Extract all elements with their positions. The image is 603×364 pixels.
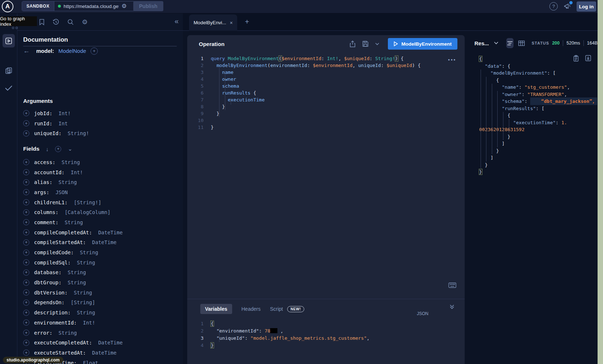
tab-script[interactable]: Script bbox=[270, 306, 283, 312]
doc-field-row[interactable]: +uniqueId:String! bbox=[23, 128, 89, 138]
doc-field-row[interactable]: +executeCompletedAt:DateTime bbox=[23, 338, 123, 348]
field-type[interactable]: [String] bbox=[71, 300, 95, 305]
field-type[interactable]: [CatalogColumn] bbox=[64, 209, 110, 215]
field-type[interactable]: String bbox=[62, 159, 80, 165]
explorer-nav-item[interactable] bbox=[3, 34, 15, 47]
share-icon[interactable] bbox=[349, 41, 356, 47]
field-type[interactable]: String! bbox=[68, 130, 89, 136]
doc-field-row[interactable]: +error:String bbox=[23, 328, 123, 338]
doc-field-row[interactable]: +compiledCode:String bbox=[23, 247, 123, 258]
publish-button[interactable]: Publish bbox=[133, 1, 163, 11]
endpoint-url[interactable]: https://metadata.cloud.get bbox=[64, 4, 119, 9]
add-field-icon[interactable]: + bbox=[91, 47, 98, 55]
add-to-query-icon[interactable]: + bbox=[23, 189, 29, 195]
add-to-query-icon[interactable]: + bbox=[23, 219, 29, 225]
chevron-down-icon[interactable]: ⌄ bbox=[68, 146, 72, 152]
add-to-query-icon[interactable]: + bbox=[23, 209, 29, 216]
add-to-query-icon[interactable]: + bbox=[23, 319, 29, 326]
field-type[interactable]: Int! bbox=[83, 320, 95, 326]
bookmark-icon[interactable] bbox=[39, 19, 45, 25]
field-type[interactable]: DateTime bbox=[92, 239, 116, 245]
doc-field-row[interactable]: +columns:[CatalogColumn] bbox=[23, 207, 123, 217]
add-to-query-icon[interactable]: + bbox=[23, 259, 29, 265]
announcements-megaphone-icon[interactable] bbox=[564, 3, 571, 11]
doc-field-row[interactable]: +compileCompletedAt:DateTime bbox=[23, 227, 123, 238]
search-icon[interactable] bbox=[67, 19, 74, 25]
field-type[interactable]: DateTime bbox=[92, 350, 116, 356]
query-editor[interactable]: 1query ModelByEnvironment($environmentId… bbox=[187, 55, 465, 131]
field-type[interactable]: String bbox=[68, 280, 86, 285]
doc-field-row[interactable]: +jobId:Int! bbox=[23, 108, 89, 118]
tab-variables[interactable]: Variables bbox=[200, 304, 232, 314]
apollo-logo[interactable]: A bbox=[2, 1, 13, 12]
doc-field-row[interactable]: +dependsOn:[String] bbox=[23, 298, 123, 308]
doc-field-row[interactable]: +runId:Int bbox=[23, 118, 89, 129]
login-button[interactable]: Log in bbox=[577, 1, 596, 12]
doc-field-row[interactable]: +alias:String bbox=[23, 177, 123, 187]
field-type[interactable]: DateTime bbox=[98, 230, 122, 235]
back-arrow-icon[interactable]: ← bbox=[23, 47, 30, 55]
doc-field-row[interactable]: +environmentId:Int! bbox=[23, 318, 123, 328]
add-to-query-icon[interactable]: + bbox=[23, 289, 29, 296]
response-json[interactable]: { "data": { "modelByEnvironment": [ { "n… bbox=[479, 55, 595, 176]
field-type[interactable]: String bbox=[77, 310, 95, 315]
add-to-query-icon[interactable]: + bbox=[23, 330, 29, 336]
doc-field-row[interactable]: +dbtVersion:String bbox=[23, 288, 123, 298]
doc-field-row[interactable]: +database:String bbox=[23, 268, 123, 278]
doc-field-row[interactable]: +compiledSql:String bbox=[23, 258, 123, 268]
field-type[interactable]: [String!] bbox=[74, 200, 101, 205]
add-to-query-icon[interactable]: + bbox=[23, 229, 29, 235]
tab-headers[interactable]: Headers bbox=[242, 306, 261, 312]
checks-nav-item[interactable] bbox=[3, 83, 15, 93]
doc-type-link[interactable]: ModelNode bbox=[58, 48, 86, 54]
field-type[interactable]: JSON bbox=[55, 189, 68, 195]
add-to-query-icon[interactable]: + bbox=[23, 179, 29, 185]
sort-icon[interactable]: ↓ bbox=[46, 146, 49, 152]
new-tab-button[interactable]: + bbox=[242, 16, 252, 27]
doc-field-row[interactable]: +comment:String bbox=[23, 217, 123, 227]
field-type[interactable]: String bbox=[77, 260, 95, 265]
endpoint-settings-gear-icon[interactable]: ⚙ bbox=[122, 3, 127, 9]
add-to-query-icon[interactable]: + bbox=[23, 169, 29, 175]
add-to-query-icon[interactable]: + bbox=[23, 159, 29, 165]
tab-modelbyenvironment[interactable]: ModelByEnvi... × bbox=[189, 14, 237, 31]
keyboard-shortcuts-icon[interactable] bbox=[448, 283, 456, 288]
tab-close-icon[interactable]: × bbox=[230, 20, 233, 26]
add-to-query-icon[interactable]: + bbox=[23, 199, 29, 205]
add-to-query-icon[interactable]: + bbox=[23, 110, 29, 116]
response-dropdown-chevron-icon[interactable] bbox=[494, 42, 498, 45]
history-icon[interactable] bbox=[53, 18, 59, 25]
doc-field-row[interactable]: +childrenL1:[String!] bbox=[23, 197, 123, 208]
add-to-query-icon[interactable]: + bbox=[23, 269, 29, 276]
field-type[interactable]: Int! bbox=[71, 170, 83, 175]
table-view-button[interactable] bbox=[518, 38, 525, 48]
field-type[interactable]: String bbox=[80, 250, 99, 255]
add-to-query-icon[interactable]: + bbox=[23, 130, 29, 137]
add-to-query-icon[interactable]: + bbox=[23, 300, 29, 306]
save-icon[interactable] bbox=[362, 41, 369, 47]
add-to-query-icon[interactable]: + bbox=[23, 239, 29, 246]
doc-field-row[interactable]: +description:String bbox=[23, 307, 123, 318]
doc-field-row[interactable]: +executeStartedAt:DateTime bbox=[23, 348, 123, 358]
variables-editor[interactable]: 1{2 "environmentId": 78 ,3 "uniqueId": "… bbox=[187, 320, 465, 349]
field-type[interactable]: Int! bbox=[59, 110, 71, 116]
doc-field-row[interactable]: +args:JSON bbox=[23, 187, 123, 197]
doc-field-row[interactable]: +accountId:Int! bbox=[23, 167, 123, 177]
field-type[interactable]: DateTime bbox=[98, 340, 122, 346]
add-to-query-icon[interactable]: + bbox=[23, 340, 29, 346]
run-operation-button[interactable]: ModelByEnvironment bbox=[388, 38, 457, 50]
endpoint-url-box[interactable]: https://metadata.cloud.get ⚙ bbox=[54, 1, 135, 11]
add-to-query-icon[interactable]: + bbox=[23, 280, 29, 286]
add-to-query-icon[interactable]: + bbox=[23, 120, 29, 126]
field-type[interactable]: String bbox=[64, 219, 83, 225]
field-type[interactable]: Float bbox=[83, 360, 98, 364]
collections-nav-item[interactable] bbox=[3, 65, 15, 76]
response-title[interactable]: Res... bbox=[474, 40, 489, 46]
field-type[interactable]: Int bbox=[59, 121, 68, 126]
add-to-query-icon[interactable]: + bbox=[23, 310, 29, 316]
explorer-settings-gear-icon[interactable]: ⚙ bbox=[82, 19, 88, 25]
doc-field-row[interactable]: +dbtGroup:String bbox=[23, 277, 123, 288]
add-all-fields-icon[interactable]: + bbox=[55, 146, 61, 152]
help-icon[interactable]: ? bbox=[549, 2, 558, 11]
add-to-query-icon[interactable]: + bbox=[23, 250, 29, 256]
